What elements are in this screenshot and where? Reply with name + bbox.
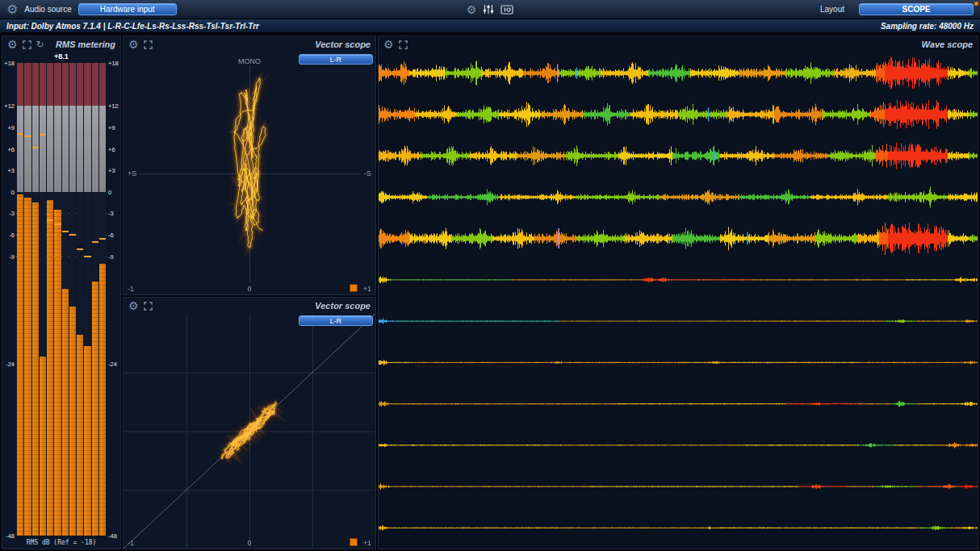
- scale-label: +9: [108, 123, 115, 131]
- axis-min-label: -1: [128, 539, 134, 547]
- layout-label[interactable]: Layout: [820, 5, 844, 14]
- audio-source-label: Audio source: [24, 5, 71, 14]
- scale-label: -3: [108, 210, 114, 217]
- meter-bar-Rss: [69, 63, 76, 536]
- meter-peak-tick: [40, 134, 46, 136]
- xy-scope-body: L-R -1 0 +1: [124, 314, 375, 549]
- minus-s-label: -S: [364, 169, 371, 177]
- meter-fill: [84, 346, 90, 536]
- rms-footer-label: RMS dB (Ref = -18): [2, 537, 120, 549]
- scope-button[interactable]: SCOPE: [859, 3, 974, 15]
- gear-icon[interactable]: ⚙: [467, 4, 477, 15]
- display-io-icon[interactable]: [500, 5, 513, 15]
- scale-label: +18: [108, 60, 119, 67]
- meter-peak-tick: [62, 231, 69, 232]
- scale-label: 0: [11, 188, 15, 195]
- scale-label: -9: [108, 253, 114, 260]
- meter-bar-L: [17, 63, 23, 536]
- plus-s-label: +S: [128, 169, 136, 177]
- axis-min-label: -1: [128, 285, 134, 293]
- meter-scale-right: +18+12+9+6+30-3-6-9-24-48: [107, 63, 120, 536]
- scale-label: +18: [4, 60, 15, 67]
- clip-indicator[interactable]: [350, 538, 358, 546]
- meter-bar-Tsl: [77, 63, 83, 536]
- gear-icon[interactable]: ⚙: [128, 300, 139, 311]
- goniometer-body: L-R MONO +S -S -1 0 +1: [124, 52, 375, 294]
- goniometer-canvas: [124, 52, 375, 294]
- input-info-label: Input: Dolby Atmos 7.1.4 | L-R-C-Lfe-Ls-…: [6, 22, 259, 31]
- vector-top-header: ⚙ Vector scope: [124, 36, 375, 52]
- fullscreen-icon[interactable]: [399, 40, 408, 49]
- sampling-rate-label: Sampling rate: 48000 Hz: [881, 22, 974, 31]
- panel-title: Wave scope: [922, 40, 973, 49]
- meter-bar-Lfe: [40, 63, 46, 536]
- main-area: ⚙ ↻ RMS metering +8.1 +18+12+9+6+30-3-6-…: [0, 34, 980, 551]
- wave-body: [379, 52, 978, 549]
- lr-mode-button[interactable]: L-R: [299, 54, 373, 65]
- axis-zero-label: 0: [247, 539, 251, 547]
- meter-bars: [16, 63, 107, 536]
- info-bar: Input: Dolby Atmos 7.1.4 | L-R-C-Lfe-Ls-…: [0, 19, 980, 33]
- fullscreen-icon[interactable]: [23, 40, 31, 49]
- toolbar: ⚙ Audio source Hardware input ⚙ Layout S…: [0, 0, 980, 19]
- scale-label: -6: [108, 232, 114, 239]
- clip-indicator[interactable]: [350, 284, 358, 292]
- meter-fill: [54, 210, 61, 536]
- meter-bar-Trl: [92, 63, 98, 536]
- xy-scope-canvas: [124, 314, 375, 549]
- wave-scope-panel: ⚙ Wave scope: [378, 35, 978, 549]
- lr-mode-button[interactable]: L-R: [299, 315, 373, 326]
- meter-bar-Tsr: [84, 63, 90, 536]
- scale-label: +6: [7, 145, 15, 152]
- meter-peak-tick: [77, 248, 83, 250]
- wave-scope-canvas: [379, 52, 978, 549]
- panel-title: Vector scope: [315, 40, 371, 49]
- meter-area: +18+12+9+6+30-3-6-9-24-48 +18+12+9+6+30-…: [2, 63, 120, 537]
- meter-peak-tick: [84, 256, 90, 257]
- rms-metering-panel: ⚙ ↻ RMS metering +8.1 +18+12+9+6+30-3-6-…: [2, 35, 121, 549]
- rms-max-value: +8.1: [2, 52, 120, 63]
- meter-fill: [17, 194, 23, 536]
- gear-icon[interactable]: ⚙: [383, 39, 394, 50]
- scale-label: +6: [108, 145, 115, 152]
- meter-fill: [32, 202, 39, 536]
- scale-label: -48: [6, 532, 15, 540]
- vector-scope-top-panel: ⚙ Vector scope L-R MONO +S -S -1 0 +1: [123, 35, 376, 295]
- meter-bar-R: [24, 63, 31, 536]
- scale-label: +9: [7, 123, 15, 131]
- scale-label: -9: [9, 253, 15, 260]
- meter-peak-tick: [47, 219, 53, 221]
- meter-fill: [47, 200, 53, 536]
- meter-peak-tick: [92, 241, 98, 243]
- scale-label: +12: [4, 102, 15, 110]
- rms-panel-header: ⚙ ↻ RMS metering: [2, 36, 120, 52]
- meter-fill: [69, 307, 76, 536]
- meter-bar-Lss: [62, 63, 69, 536]
- gear-icon[interactable]: ⚙: [7, 39, 18, 50]
- meter-peak-tick: [99, 238, 106, 240]
- vector-bottom-header: ⚙ Vector scope: [124, 298, 375, 314]
- meter-peak-tick: [54, 223, 61, 225]
- gear-icon[interactable]: ⚙: [128, 39, 139, 50]
- reset-icon[interactable]: ↻: [36, 40, 44, 49]
- meter-bar-Ls: [47, 63, 53, 536]
- fullscreen-icon[interactable]: [144, 40, 153, 49]
- scale-label: +3: [7, 167, 15, 174]
- meter-fill: [62, 289, 69, 536]
- panel-title: RMS metering: [56, 40, 115, 49]
- fullscreen-icon[interactable]: [144, 302, 153, 311]
- scale-label: -24: [6, 360, 15, 367]
- vector-column: ⚙ Vector scope L-R MONO +S -S -1 0 +1: [123, 35, 376, 549]
- meter-bar-C: [32, 63, 39, 536]
- axis-max-label: +1: [363, 285, 371, 293]
- axis-zero-label: 0: [247, 285, 251, 293]
- meter-peak-tick: [24, 136, 31, 137]
- mixer-icon[interactable]: [483, 4, 494, 15]
- notification-dot: [974, 2, 978, 6]
- scale-label: -6: [9, 232, 15, 239]
- hardware-input-button[interactable]: Hardware input: [78, 3, 177, 15]
- settings-icon[interactable]: ⚙: [6, 3, 18, 16]
- scale-label: +12: [108, 102, 119, 110]
- panel-title: Vector scope: [315, 301, 371, 311]
- meter-fill: [24, 198, 31, 536]
